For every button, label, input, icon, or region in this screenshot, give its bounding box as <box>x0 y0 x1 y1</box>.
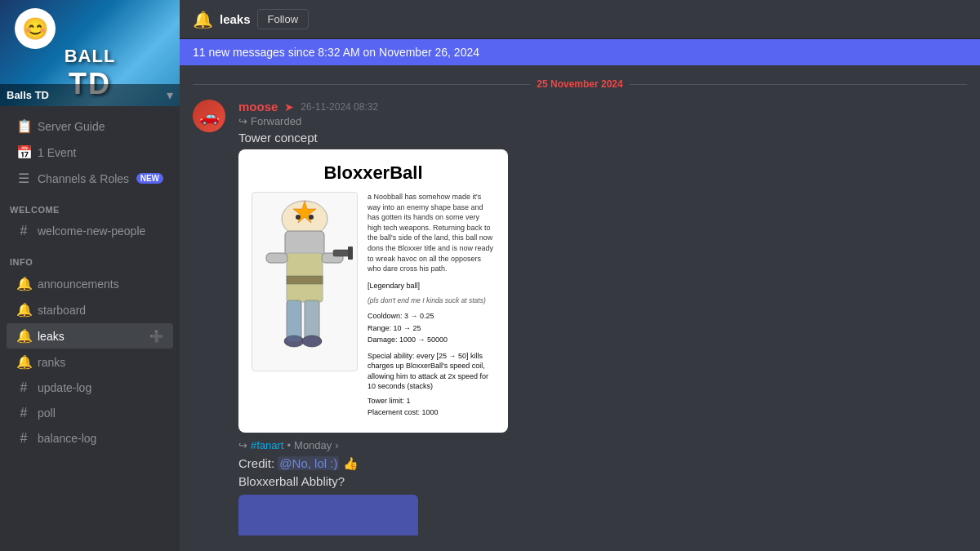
svg-rect-14 <box>348 247 353 260</box>
poll-label: poll <box>38 407 56 420</box>
messages-area: 25 November 2024 🚗 moose ➤ 26-11-2024 08… <box>180 65 980 551</box>
sidebar: 😊 BALL TD Balls TD ▾ 📋 Server Guide 📅 1 … <box>0 0 180 551</box>
message-timestamp: 26-11-2024 08:32 <box>301 101 378 113</box>
message-author: moose <box>238 100 278 113</box>
welcome-label: welcome-new-people <box>38 224 145 238</box>
svg-rect-8 <box>305 300 319 341</box>
date-divider-right-line <box>630 84 967 85</box>
main-content: 🔔 leaks Follow 11 new messages since 8:3… <box>180 0 980 551</box>
ball-emoji: 😊 <box>22 16 48 42</box>
section-label-welcome: WELCOME <box>0 192 180 218</box>
source-chevron-icon: › <box>335 439 338 451</box>
hash-icon-welcome: # <box>16 224 31 238</box>
poll-hash-icon: # <box>16 406 31 420</box>
new-messages-text: 11 new messages since 8:32 AM on Novembe… <box>193 46 479 59</box>
stats-placement-cost: Placement cost: 1000 <box>368 407 495 419</box>
ranks-label: ranks <box>38 356 65 369</box>
sidebar-nav: 📋 Server Guide 📅 1 Event ☰ Channels & Ro… <box>0 106 180 551</box>
card-drawing <box>252 192 358 420</box>
source-tag: ↪ #fanart • Monday › <box>238 439 967 451</box>
credit-line: Credit: @No, lol :) 👍 <box>238 456 967 471</box>
thumbs-up-emoji: 👍 <box>343 456 359 470</box>
forwarded-label: ↪ Forwarded <box>238 115 967 127</box>
sidebar-item-welcome-new-people[interactable]: # welcome-new-people <box>7 219 173 243</box>
add-member-icon[interactable]: ➕ <box>149 330 163 343</box>
message-author-arrow: ➤ <box>284 100 294 113</box>
update-log-hash-icon: # <box>16 380 31 395</box>
follow-button[interactable]: Follow <box>257 9 310 29</box>
stats-cooldown: Cooldown: 3 → 0.25 <box>368 311 495 322</box>
starboard-icon: 🔔 <box>16 302 31 318</box>
sidebar-item-event[interactable]: 📅 1 Event <box>7 140 173 165</box>
server-name-line1: BALL <box>65 46 116 67</box>
channel-header: 🔔 leaks Follow <box>180 0 980 39</box>
source-channel[interactable]: #fanart <box>251 439 283 451</box>
source-day: Monday <box>294 439 332 451</box>
card-stats: a Noobball has somehow made it's way int… <box>368 192 495 420</box>
event-label: 1 Event <box>38 146 76 159</box>
svg-point-10 <box>302 335 322 347</box>
server-name-bar[interactable]: Balls TD ▾ <box>0 84 180 106</box>
drawing-area <box>252 192 358 371</box>
sidebar-item-leaks[interactable]: 🔔 leaks ➕ <box>7 323 173 349</box>
starboard-label: starboard <box>38 304 86 317</box>
credit-label: Credit: <box>238 456 274 470</box>
announcements-icon: 🔔 <box>16 276 31 291</box>
channel-header-speaker-icon: 🔔 <box>193 10 213 29</box>
message-group: 🚗 moose ➤ 26-11-2024 08:32 ↪ Forwarded T… <box>193 96 967 539</box>
message-header: moose ➤ 26-11-2024 08:32 <box>238 100 967 113</box>
svg-rect-4 <box>285 231 324 256</box>
update-log-label: update-log <box>38 381 91 394</box>
question-text: Bloxxerball Abblity? <box>238 474 967 488</box>
message-content: moose ➤ 26-11-2024 08:32 ↪ Forwarded Tow… <box>238 100 967 535</box>
svg-point-3 <box>309 215 314 220</box>
mention[interactable]: @No, lol :) <box>278 456 339 470</box>
leaks-label: leaks <box>38 330 65 343</box>
sidebar-item-announcements[interactable]: 🔔 announcements <box>7 271 173 296</box>
channel-header-name: leaks <box>220 12 251 26</box>
stats-italic-note: (pls don't end me I kinda suck at stats) <box>368 295 495 306</box>
server-logo-ball: 😊 <box>15 8 56 49</box>
channels-roles-icon: ☰ <box>16 171 31 186</box>
server-dropdown-icon[interactable]: ▾ <box>167 87 173 103</box>
stats-range: Range: 10 → 25 <box>368 323 495 335</box>
date-divider-text: 25 November 2024 <box>537 78 622 90</box>
svg-rect-15 <box>287 253 323 302</box>
sidebar-item-ranks[interactable]: 🔔 ranks <box>7 349 173 375</box>
server-name: Balls TD <box>7 89 49 101</box>
date-divider: 25 November 2024 <box>193 78 967 90</box>
avatar: 🚗 <box>193 100 225 132</box>
forward-arrow-icon: ↪ <box>238 115 247 127</box>
source-icon: ↪ <box>238 439 247 451</box>
sidebar-item-channels-roles[interactable]: ☰ Channels & Roles NEW <box>7 166 173 191</box>
stats-tower-limit: Tower limit: 1 <box>368 396 495 407</box>
server-guide-label: Server Guide <box>38 120 105 133</box>
sidebar-item-starboard[interactable]: 🔔 starboard <box>7 297 173 322</box>
balance-log-label: balance-log <box>38 432 96 445</box>
event-icon: 📅 <box>16 144 31 160</box>
server-guide-icon: 📋 <box>16 118 31 134</box>
sidebar-item-server-guide[interactable]: 📋 Server Guide <box>7 113 173 139</box>
new-messages-banner[interactable]: 11 new messages since 8:32 AM on Novembe… <box>180 39 980 65</box>
forwarded-text: Forwarded <box>251 115 301 127</box>
stats-damage: Damage: 1000 → 50000 <box>368 335 495 346</box>
sidebar-item-balance-log[interactable]: # balance-log <box>7 426 173 451</box>
section-label-info: INFO <box>0 244 180 270</box>
tower-drawing-svg <box>254 194 356 370</box>
announcements-label: announcements <box>38 278 119 291</box>
svg-rect-16 <box>287 300 301 341</box>
image-card: BloxxerBall <box>238 149 508 433</box>
partial-image-preview <box>238 495 418 535</box>
source-dot: • <box>287 439 291 451</box>
sidebar-item-poll[interactable]: # poll <box>7 401 173 425</box>
ranks-icon: 🔔 <box>16 354 31 370</box>
stats-tag: [Legendary ball] <box>368 281 495 292</box>
new-badge: NEW <box>136 173 163 184</box>
svg-point-2 <box>296 215 301 220</box>
channels-roles-label: Channels & Roles <box>38 172 129 185</box>
stats-special: Special ability: every [25 → 50] kills c… <box>368 351 495 392</box>
svg-rect-11 <box>266 253 287 263</box>
leaks-icon: 🔔 <box>16 328 31 344</box>
sidebar-item-update-log[interactable]: # update-log <box>7 375 173 400</box>
server-header[interactable]: 😊 BALL TD Balls TD ▾ <box>0 0 180 106</box>
